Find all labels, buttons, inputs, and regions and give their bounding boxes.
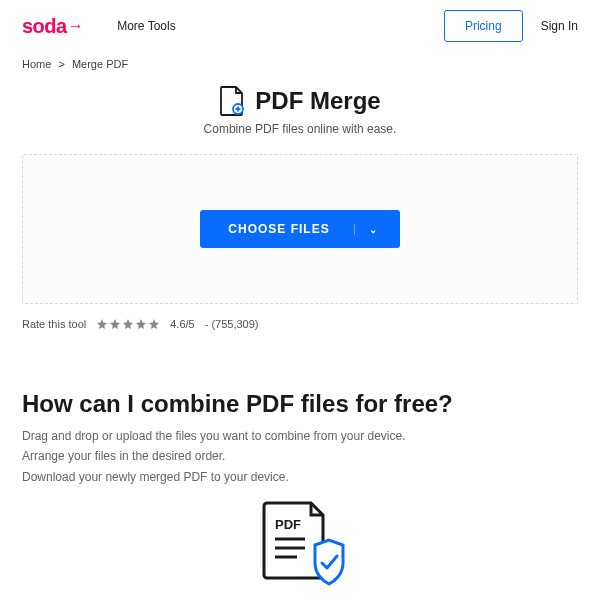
star-icon[interactable] [109, 318, 121, 330]
svg-text:PDF: PDF [275, 517, 301, 532]
more-tools-menu[interactable]: More Tools [117, 19, 175, 33]
page-subtitle: Combine PDF files online with ease. [0, 122, 600, 136]
star-icon[interactable] [122, 318, 134, 330]
pdf-merge-icon [219, 86, 245, 116]
pdf-shield-icon: PDF [245, 497, 355, 587]
pricing-button[interactable]: Pricing [444, 10, 523, 42]
choose-files-button[interactable]: CHOOSE FILES ⌄ [200, 210, 399, 248]
breadcrumb-home[interactable]: Home [22, 58, 51, 70]
logo[interactable]: soda → [22, 15, 83, 38]
logo-text: soda [22, 15, 67, 38]
file-dropzone[interactable]: CHOOSE FILES ⌄ [22, 154, 578, 304]
breadcrumb-separator: > [58, 58, 64, 70]
chevron-down-icon[interactable]: ⌄ [354, 224, 378, 235]
rate-label: Rate this tool [22, 318, 86, 330]
rating-stars[interactable] [96, 318, 160, 330]
header: soda → More Tools Pricing Sign In [0, 0, 600, 52]
breadcrumb: Home > Merge PDF [0, 52, 600, 84]
section-heading: How can I combine PDF files for free? [0, 390, 600, 418]
step-2: Arrange your files in the desired order. [22, 446, 578, 466]
choose-files-label: CHOOSE FILES [228, 222, 329, 236]
star-icon[interactable] [148, 318, 160, 330]
step-1: Drag and drop or upload the files you wa… [22, 426, 578, 446]
sign-in-link[interactable]: Sign In [541, 19, 578, 33]
arrow-right-icon: → [68, 17, 84, 35]
breadcrumb-current: Merge PDF [72, 58, 128, 70]
step-3: Download your newly merged PDF to your d… [22, 467, 578, 487]
title-row: PDF Merge [0, 86, 600, 116]
star-icon[interactable] [135, 318, 147, 330]
pdf-illustration: PDF [0, 497, 600, 587]
section-steps: Drag and drop or upload the files you wa… [0, 426, 600, 487]
header-right: Pricing Sign In [444, 10, 578, 42]
star-icon[interactable] [96, 318, 108, 330]
page-title: PDF Merge [255, 87, 380, 115]
header-left: soda → More Tools [22, 15, 176, 38]
rating-row: Rate this tool 4.6/5 - (755,309) [0, 304, 600, 390]
rating-count: - (755,309) [205, 318, 259, 330]
rating-score: 4.6/5 [170, 318, 194, 330]
